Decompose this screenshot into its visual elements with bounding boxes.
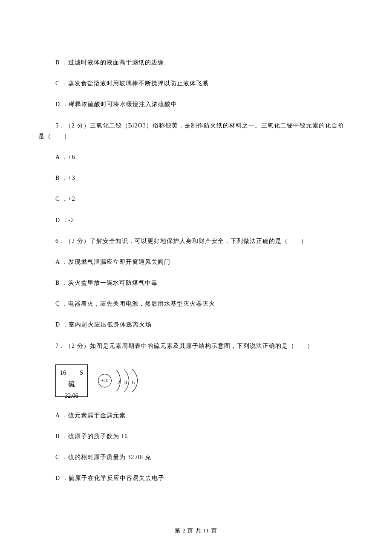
q7-figure: 16 S 硫 32.06 +16 2 8 6 [55,364,354,397]
periodic-table-cell: 16 S 硫 32.06 [55,364,88,397]
q4-option-d: D ．稀释浓硫酸时可将水缓慢注入浓硫酸中 [55,99,354,110]
page-footer: 第 2 页 共 11 页 [0,526,392,535]
q5-stem: 5．（2 分）三氧化二铋（Bi2O3）俗称铋黄，是制作防火纸的材料之一。三氧化二… [38,120,354,142]
q4-option-c: C ．蒸发食盐溶液时用玻璃棒不断搅拌以防止液体飞溅 [55,78,354,89]
q7-option-b: B ．硫原子的质子数为 16 [55,431,354,442]
atomic-number: 16 [60,367,66,378]
q7-option-a: A ．硫元素属于金属元素 [55,410,354,421]
q7-stem: 7．（2 分）如图是元素周期表中的硫元素及其原子结构示意图，下列说法正确的是（ … [38,341,354,351]
q7-option-c: C ．硫的相对原子质量为 32.06 克 [55,452,354,462]
q6-stem: 6．（2 分）了解安全知识，可以更好地保护人身和财产安全，下列做法正确的是（ ） [38,236,354,246]
q5-option-a: A ．+6 [55,152,354,162]
q6-option-c: C ．电器着火，应先关闭电源，然后用水基型灭火器灭火 [55,298,354,309]
q6-option-d: D ．室内起火应压低身体逃离火场 [55,319,354,330]
element-name: 硫 [68,378,75,390]
q5-option-b: B ．+3 [55,173,354,183]
q5-stem-line1: 5．（2 分）三氧化二铋（Bi2O3）俗称铋黄，是制作防火纸的材料之一。三氧化二… [38,120,354,131]
electron-shell-3 [95,363,138,398]
shell3-electrons: 6 [132,378,135,387]
q7-option-d: D ．硫原子在化学反应中容易失去电子 [55,473,354,483]
shell2-electrons: 8 [124,378,127,387]
q5-stem-line2: 是（ ） [38,133,70,139]
atom-structure-diagram: +16 2 8 6 [96,364,152,397]
element-symbol: S [80,367,83,378]
shell1-electrons: 2 [118,378,120,387]
atomic-mass: 32.06 [65,390,78,401]
q5-option-c: C ．+2 [55,194,354,204]
q4-option-b: B ．过滤时液体的液面高于滤纸的边缘 [55,57,354,68]
q6-option-a: A ．发现燃气泄漏应立即开窗通风关阀门 [55,257,354,267]
q6-option-b: B ．炭火盆里放一碗水可防煤气中毒 [55,278,354,288]
q5-option-d: D ．-2 [55,215,354,225]
